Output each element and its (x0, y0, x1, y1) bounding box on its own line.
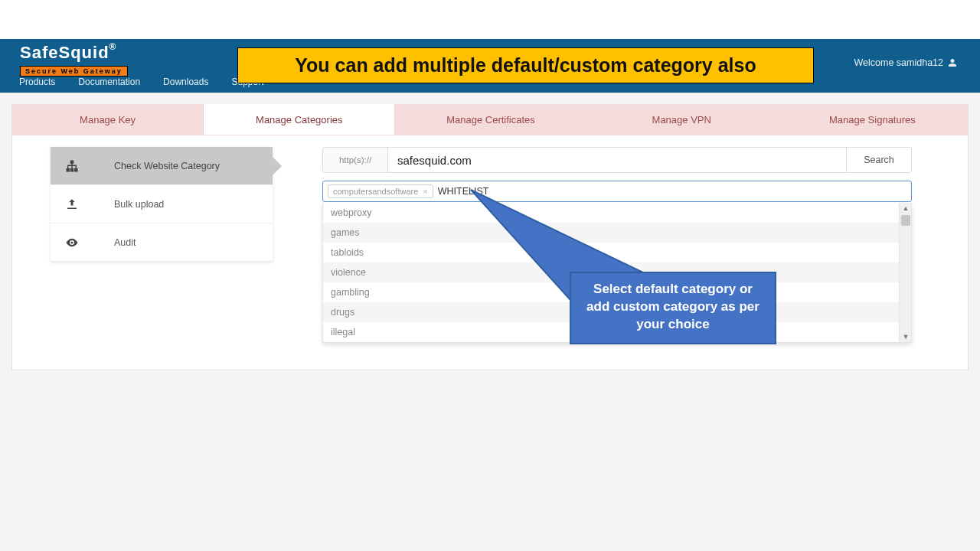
sidenav-audit[interactable]: Audit (51, 223, 273, 262)
nav-documentation[interactable]: Documentation (78, 77, 140, 87)
sitemap-icon (64, 159, 80, 173)
url-input[interactable] (388, 148, 846, 172)
brand-name: SafeSquid (20, 43, 109, 62)
user-welcome[interactable]: Welcome samidha12 (854, 57, 958, 68)
remove-tag-icon[interactable]: × (423, 187, 427, 196)
eye-icon (64, 236, 80, 249)
tab-manage-key[interactable]: Manage Key (12, 105, 203, 135)
side-nav: Check Website Category Bulk upload Audit (51, 147, 273, 262)
svg-rect-1 (67, 168, 69, 171)
tab-manage-vpn[interactable]: Manage VPN (586, 105, 777, 135)
registered-symbol: ® (109, 41, 117, 52)
tag-label: computersandsoftware (333, 187, 418, 196)
instruction-banner: You can add multiple default/custom cate… (237, 47, 814, 83)
top-whitespace (0, 0, 980, 39)
sidenav-bulk-upload[interactable]: Bulk upload (51, 185, 273, 223)
sidenav-label: Check Website Category (114, 161, 220, 171)
dropdown-scrollbar[interactable]: ▲ ▼ (899, 203, 911, 342)
scroll-up-icon[interactable]: ▲ (900, 203, 912, 214)
tab-manage-certificates[interactable]: Manage Certificates (395, 105, 586, 135)
sidenav-check-website-category[interactable]: Check Website Category (51, 147, 273, 185)
search-button[interactable]: Search (846, 148, 911, 172)
callout-box: Select default category or add custom ca… (570, 272, 776, 344)
upload-icon (64, 197, 80, 211)
user-icon (948, 58, 957, 67)
brand-tagline: Secure Web Gateway (20, 66, 128, 77)
tab-manage-categories[interactable]: Manage Categories (203, 104, 395, 135)
nav-downloads[interactable]: Downloads (163, 77, 208, 87)
scroll-thumb[interactable] (901, 215, 910, 226)
selected-category-tag: computersandsoftware × (328, 184, 433, 198)
url-protocol-label: http(s):// (323, 148, 388, 172)
sidenav-label: Bulk upload (114, 199, 164, 210)
scroll-down-icon[interactable]: ▼ (900, 331, 912, 342)
svg-rect-2 (71, 168, 74, 171)
svg-rect-3 (75, 168, 77, 171)
primary-nav: Products Documentation Downloads Support (19, 77, 263, 87)
url-search-row: http(s):// Search (322, 147, 912, 173)
svg-rect-0 (71, 161, 74, 163)
welcome-text: Welcome samidha12 (854, 57, 944, 68)
nav-products[interactable]: Products (19, 77, 55, 87)
tab-manage-signatures[interactable]: Manage Signatures (777, 105, 968, 135)
brand-logo: SafeSquid® Secure Web Gateway (20, 43, 128, 77)
tabs-strip: Manage Key Manage Categories Manage Cert… (11, 104, 969, 135)
brand-logo-text: SafeSquid® (20, 43, 128, 63)
sidenav-label: Audit (114, 237, 136, 248)
